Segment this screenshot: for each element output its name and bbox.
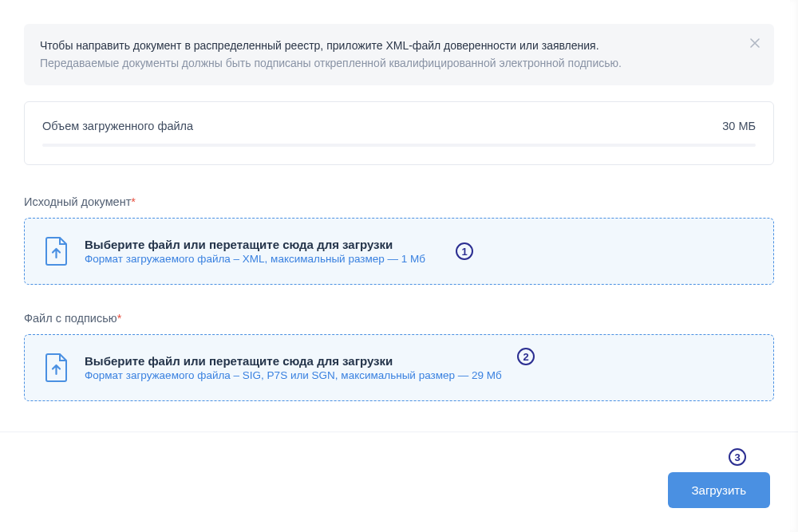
source-dropzone-title: Выберите файл или перетащите сюда для за… <box>85 238 425 251</box>
source-document-dropzone[interactable]: Выберите файл или перетащите сюда для за… <box>24 218 774 285</box>
info-banner-title: Чтобы направить документ в распределенны… <box>40 38 738 54</box>
required-star: * <box>131 195 136 208</box>
signature-dropzone-title: Выберите файл или перетащите сюда для за… <box>85 354 502 368</box>
file-volume-value: 30 МБ <box>722 120 756 132</box>
close-icon[interactable] <box>748 36 762 50</box>
upload-button[interactable]: Загрузить <box>668 472 771 508</box>
file-upload-icon <box>45 353 69 383</box>
source-document-label: Исходный документ* <box>24 195 774 208</box>
annotation-badge-1: 1 <box>456 242 473 260</box>
annotation-badge-2: 2 <box>517 348 535 365</box>
signature-file-label: Файл с подписью* <box>24 312 774 325</box>
annotation-badge-3: 3 <box>729 448 746 466</box>
required-star: * <box>117 312 122 325</box>
signature-file-dropzone[interactable]: Выберите файл или перетащите сюда для за… <box>24 334 774 401</box>
footer-bar: 3 Загрузить <box>0 432 798 532</box>
file-volume-progress-bar <box>42 144 756 147</box>
info-banner: Чтобы направить документ в распределенны… <box>24 24 774 85</box>
info-banner-subtitle: Передаваемые документы должны быть подпи… <box>40 56 738 72</box>
file-upload-icon <box>45 236 69 266</box>
source-dropzone-hint: Формат загружаемого файла – XML, максима… <box>85 253 425 265</box>
file-volume-panel: Объем загруженного файла 30 МБ <box>24 101 774 165</box>
signature-dropzone-hint: Формат загружаемого файла – SIG, P7S или… <box>85 369 502 381</box>
file-volume-label: Объем загруженного файла <box>42 120 193 132</box>
